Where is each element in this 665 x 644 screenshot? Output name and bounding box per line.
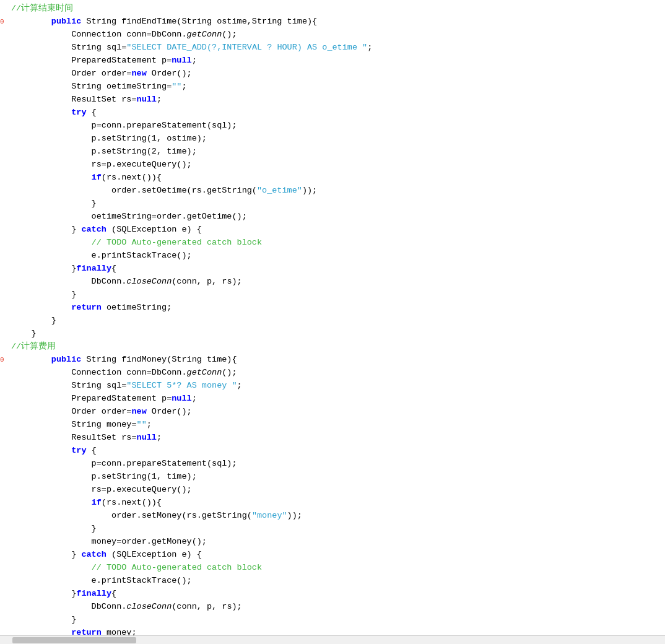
line-content: }	[9, 523, 665, 536]
line-content: DbConn.closeConn(conn, p, rs);	[9, 276, 665, 289]
code-line: p=conn.prepareStatement(sql);	[0, 458, 665, 471]
token: String sql=	[11, 381, 126, 390]
code-line: // TODO Auto-generated catch block	[0, 237, 665, 250]
token: }	[11, 550, 81, 559]
line-content: ResultSet rs=null;	[9, 94, 665, 107]
line-content: PreparedStatement p=null;	[9, 393, 665, 406]
token: }	[11, 329, 37, 338]
token: return	[71, 303, 102, 312]
token: ;	[157, 433, 162, 442]
token: public	[51, 17, 82, 26]
code-line: p.setString(2, time);	[0, 146, 665, 159]
code-line: try {	[0, 107, 665, 120]
code-line: DbConn.closeConn(conn, p, rs);	[0, 601, 665, 614]
token: ;	[367, 43, 372, 52]
line-content: }	[9, 289, 665, 302]
token	[11, 108, 71, 117]
line-content: p.setString(1, ostime);	[9, 133, 665, 146]
token: }	[11, 264, 76, 273]
token: ();	[222, 368, 237, 377]
line-content: // TODO Auto-generated catch block	[9, 237, 665, 250]
line-content: String oetimeString="";	[9, 80, 665, 94]
token: DbConn.	[11, 602, 126, 611]
token: null	[137, 433, 157, 442]
token: DbConn.	[11, 277, 126, 286]
line-content: //计算结束时间	[9, 2, 665, 15]
line-content: try {	[9, 107, 665, 120]
code-line: Connection conn=DbConn.getConn();	[0, 28, 665, 41]
line-content: //计算费用	[9, 341, 665, 354]
token: (SQLException e) {	[106, 225, 202, 234]
token: Order order=	[11, 69, 131, 78]
token: "SELECT 5*? AS money "	[126, 381, 237, 390]
line-content: p.setString(1, time);	[9, 471, 665, 484]
line-content: } catch (SQLException e) {	[9, 549, 665, 562]
token: }	[11, 524, 97, 533]
line-content: Order order=new Order();	[9, 406, 665, 419]
token: ;	[192, 394, 197, 403]
code-line: String money="";	[0, 419, 665, 432]
code-line: p.setString(1, ostime);	[0, 133, 665, 146]
code-line: e.printStackTrace();	[0, 575, 665, 588]
token: ;	[237, 381, 242, 390]
token: String oetimeString=	[11, 82, 172, 91]
line-content: e.printStackTrace();	[9, 575, 665, 588]
line-content: PreparedStatement p=null;	[9, 54, 665, 67]
line-content: try {	[9, 445, 665, 458]
line-content: String sql="SELECT 5*? AS money ";	[9, 380, 665, 393]
line-content: order.setOetime(rs.getString("o_etime"))…	[9, 185, 665, 198]
line-content: oetimeString=order.getOetime();	[9, 211, 665, 224]
token: (rs.next()){	[102, 173, 162, 182]
token: p.setString(1, ostime);	[11, 134, 207, 143]
line-content: money=order.getMoney();	[9, 536, 665, 549]
line-content: String sql="SELECT DATE_ADD(?,INTERVAL ?…	[9, 41, 665, 54]
code-line: 0 public String findEndTime(String ostim…	[0, 15, 665, 28]
token: money=order.getMoney();	[11, 537, 207, 546]
line-content: Connection conn=DbConn.getConn();	[9, 28, 665, 41]
token: {	[111, 589, 116, 598]
code-line: }	[0, 523, 665, 536]
token: if	[92, 173, 102, 182]
code-line: money=order.getMoney();	[0, 536, 665, 549]
token: closeConn	[126, 277, 172, 286]
code-line: order.setOetime(rs.getString("o_etime"))…	[0, 185, 665, 198]
token: getConn	[187, 368, 222, 377]
line-content: if(rs.next()){	[9, 497, 665, 510]
line-content: rs=p.executeQuery();	[9, 159, 665, 172]
token: Connection conn=DbConn.	[11, 368, 187, 377]
token: PreparedStatement p=	[11, 394, 172, 403]
code-editor: //计算结束时间0 public String findEndTime(Stri…	[0, 0, 665, 644]
line-content: e.printStackTrace();	[9, 250, 665, 263]
token: {	[87, 446, 97, 455]
line-content: if(rs.next()){	[9, 172, 665, 185]
code-line: String sql="SELECT 5*? AS money ";	[0, 380, 665, 393]
token: p=conn.prepareStatement(sql);	[11, 459, 237, 468]
code-line: }	[0, 289, 665, 302]
code-line: rs=p.executeQuery();	[0, 484, 665, 497]
token: public	[51, 355, 82, 364]
code-line: }finally{	[0, 588, 665, 601]
token: }	[11, 615, 76, 624]
line-content: public String findEndTime(String ostime,…	[9, 15, 665, 28]
token: "SELECT DATE_ADD(?,INTERVAL ? HOUR) AS o…	[126, 43, 367, 52]
token: //计算结束时间	[11, 4, 73, 13]
token: order.setOetime(rs.getString(	[11, 186, 257, 195]
code-line: String oetimeString="";	[0, 80, 665, 94]
scrollbar-thumb[interactable]	[12, 637, 136, 643]
code-line: Connection conn=DbConn.getConn();	[0, 367, 665, 380]
token: //计算费用	[11, 342, 56, 351]
token: e.printStackTrace();	[11, 251, 192, 260]
horizontal-scrollbar[interactable]	[0, 635, 665, 644]
token	[11, 446, 71, 455]
token: p.setString(2, time);	[11, 147, 197, 156]
token: ResultSet rs=	[11, 433, 137, 442]
code-line: } catch (SQLException e) {	[0, 549, 665, 562]
token: Connection conn=DbConn.	[11, 30, 187, 39]
code-line: 0 public String findMoney(String time){	[0, 354, 665, 367]
token: }	[11, 316, 56, 325]
token: (conn, p, rs);	[172, 277, 241, 286]
token: (SQLException e) {	[106, 550, 202, 559]
token: String sql=	[11, 43, 126, 52]
token: (rs.next()){	[102, 498, 162, 507]
token: rs=p.executeQuery();	[11, 160, 192, 169]
